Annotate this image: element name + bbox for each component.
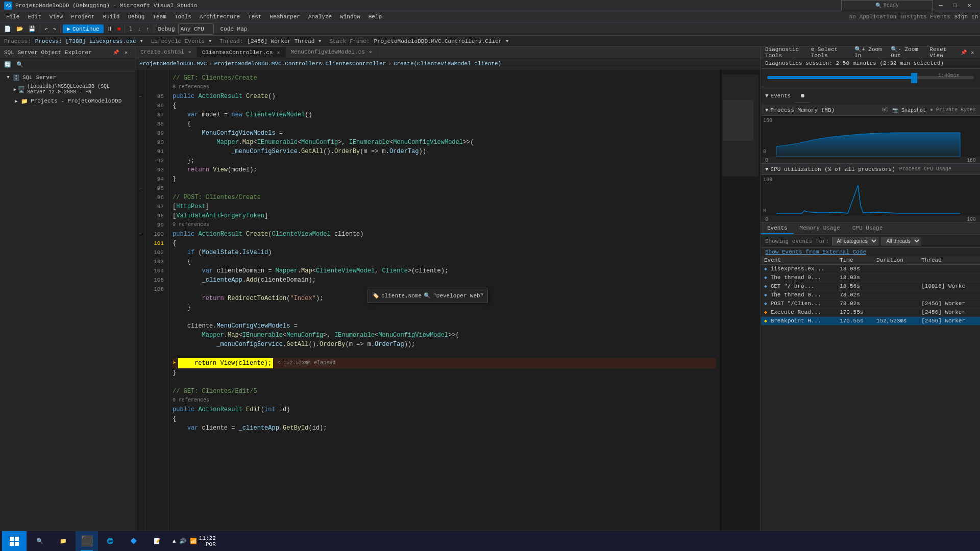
tab-create-close[interactable]: ✕ — [188, 49, 191, 55]
menu-analyze[interactable]: Analyze — [304, 11, 336, 22]
menu-tools[interactable]: Tools — [170, 11, 195, 22]
sql-server-node[interactable]: ▼ 🗄️ SQL Server — [0, 72, 135, 83]
taskbar-search[interactable]: 🔍 — [29, 531, 51, 552]
memory-chart-header[interactable]: ▼ Process Memory (MB) GC 📷 Snapshot ● Pr… — [761, 105, 980, 116]
threads-filter[interactable]: All threads — [881, 237, 921, 245]
taskbar-chrome[interactable]: 🌐 — [99, 531, 121, 552]
events-record-btn[interactable]: ⏺ — [797, 90, 808, 102]
pause-btn[interactable]: ⏸ — [105, 23, 114, 35]
tab-clientes-controller[interactable]: ClientesController.cs ✕ — [197, 47, 286, 58]
process-selector[interactable]: Process: [7388] iisexpress.exe — [35, 38, 136, 44]
cpu-selector[interactable]: Any CPU — [178, 23, 214, 35]
event-row-2[interactable]: ◆ The thread 0... 18.03s — [761, 273, 980, 282]
tab-create-cshtml[interactable]: Create.cshtml ✕ — [135, 47, 197, 58]
continue-button[interactable]: ▶ Continue — [63, 24, 103, 33]
collapse-3[interactable]: − — [135, 184, 145, 193]
new-file-btn[interactable]: 📄 — [2, 23, 13, 35]
projects-node[interactable]: ▶ 📁 Projects - ProjetoModeloDDD — [0, 96, 135, 106]
sql-refresh-btn[interactable]: 🔄 — [2, 59, 13, 70]
event-row-4[interactable]: ◆ The thread 0... 78.02s — [761, 291, 980, 299]
projects-arrow[interactable]: ▶ — [12, 98, 20, 104]
event-row-7[interactable]: ◆ Breakpoint H... 170.55s 152,523ms [245… — [761, 317, 980, 325]
menu-view[interactable]: View — [45, 11, 67, 22]
menu-help[interactable]: Help — [364, 11, 386, 22]
events-toggle[interactable]: ▼ Events ⏺ — [761, 87, 980, 105]
code-content[interactable]: // GET: Clientes/Create 0 references pub… — [168, 69, 720, 540]
close-button[interactable]: ✕ — [963, 0, 976, 11]
snapshot-btn[interactable]: 📷 Snapshot — [892, 107, 926, 113]
lifecycle-events[interactable]: Lifecycle Events — [151, 38, 205, 44]
menu-team[interactable]: Team — [149, 11, 170, 22]
menu-architecture[interactable]: Architecture — [195, 11, 244, 22]
stack-frame-selector[interactable]: ProjetoModeloDDD.MVC.Controllers.Clier — [374, 38, 502, 44]
event-row-3[interactable]: ◆ GET "/_bro... 18.56s [10816] Worke — [761, 282, 980, 291]
code-editor[interactable]: − − − 85 86 — [135, 69, 761, 540]
menu-test[interactable]: Test — [244, 11, 265, 22]
save-btn[interactable]: 💾 — [27, 23, 38, 35]
path-controller[interactable]: ProjetoModeloDDD.MVC.Controllers.Cliente… — [214, 61, 386, 67]
menu-build[interactable]: Build — [99, 11, 124, 22]
menu-edit[interactable]: Edit — [23, 11, 45, 22]
thread-selector[interactable]: [2456] Worker Thread — [247, 38, 314, 44]
path-method[interactable]: Create(ClienteViewModel cliente) — [394, 61, 501, 67]
step-over-btn[interactable]: ⤵ — [127, 23, 134, 35]
minimize-button[interactable]: ─ — [934, 0, 947, 11]
thread-arrow[interactable]: ▼ — [318, 39, 321, 43]
events-table-container[interactable]: Event Time Duration Thread ◆ iisexpress.… — [761, 256, 980, 325]
lifecycle-arrow[interactable]: ▼ — [209, 39, 211, 43]
localdb-arrow[interactable]: ▶ — [12, 87, 18, 92]
process-dropdown-arrow[interactable]: ▼ — [140, 39, 143, 43]
tab-clientes-close[interactable]: ✕ — [277, 49, 280, 56]
event-row-5[interactable]: ◆ POST "/Clien... 78.02s [2456] Worker — [761, 299, 980, 308]
redo-btn[interactable]: ↷ — [51, 23, 59, 35]
show-external-link[interactable]: Show Events from External Code — [761, 248, 980, 256]
step-out-btn[interactable]: ↑ — [144, 23, 152, 35]
restore-button[interactable]: □ — [948, 0, 962, 11]
diag-tab-memory[interactable]: Memory Usage — [794, 223, 846, 234]
taskbar-vs[interactable]: ⬛ — [76, 531, 98, 552]
stop-btn[interactable]: ■ — [115, 23, 123, 35]
sql-close-btn[interactable]: ✕ — [121, 48, 131, 57]
path-namespace[interactable]: ProjetoModeloDDD.MVC — [139, 61, 207, 67]
search-quick-launch[interactable]: 🔍 Ready — [841, 0, 933, 11]
taskbar-explorer[interactable]: 📁 — [52, 531, 75, 552]
collapse-4[interactable]: − — [135, 230, 145, 239]
menu-project[interactable]: Project — [67, 11, 99, 22]
category-filter[interactable]: All categories — [832, 237, 878, 245]
pin-btn[interactable]: 📌 — [111, 48, 120, 57]
stack-frame-arrow[interactable]: ▼ — [506, 39, 508, 43]
sign-in[interactable]: Sign In — [954, 14, 978, 20]
diag-tab-events[interactable]: Events — [761, 223, 794, 234]
reset-view-btn[interactable]: Reset View — [926, 48, 958, 57]
event-row-1[interactable]: ◆ iisexpress.ex... 18.03s — [761, 265, 980, 273]
sql-filter-btn[interactable]: 🔍 — [14, 59, 26, 70]
menu-window[interactable]: Window — [336, 11, 364, 22]
timeline-cursor[interactable] — [911, 73, 917, 83]
menu-file[interactable]: File — [2, 11, 23, 22]
zoom-in-btn[interactable]: 🔍+ Zoom In — [851, 48, 886, 57]
diag-tab-cpu[interactable]: CPU Usage — [846, 223, 889, 234]
step-into-btn[interactable]: ↓ — [135, 23, 143, 35]
menu-resharper[interactable]: ReSharper — [266, 11, 304, 22]
menu-debug[interactable]: Debug — [124, 11, 149, 22]
sql-tree-view[interactable]: ▼ 🗄️ SQL Server ▶ 🖥️ (localdb)\MSSQLLoca… — [0, 71, 135, 551]
tab-menuconfig-close[interactable]: ✕ — [369, 49, 372, 55]
taskbar-edge[interactable]: 🔷 — [122, 531, 145, 552]
select-tools-btn[interactable]: ⚙ Select Tools — [808, 48, 849, 57]
collapse-2[interactable]: − — [135, 92, 145, 101]
taskbar-start-btn[interactable] — [2, 531, 27, 552]
zoom-out-btn[interactable]: 🔍- Zoom Out — [888, 48, 924, 57]
diag-timeline[interactable]: 1:40min — [761, 69, 980, 87]
tab-menuconfig[interactable]: MenuConfigViewModel.cs ✕ — [286, 47, 378, 58]
diag-pin-btn[interactable]: 📌 — [960, 48, 967, 57]
code-map-btn[interactable]: Code Map — [218, 23, 250, 35]
undo-btn[interactable]: ↶ — [42, 23, 50, 35]
cpu-chart-header[interactable]: ▼ CPU utilization (% of all processors) … — [761, 164, 980, 175]
event-row-6[interactable]: ◆ Execute Read... 170.55s [2456] Worker — [761, 308, 980, 317]
taskbar-word[interactable]: 📝 — [146, 531, 168, 552]
collapse-1[interactable] — [135, 73, 145, 83]
sql-server-arrow[interactable]: ▼ — [4, 75, 12, 80]
open-btn[interactable]: 📂 — [14, 23, 26, 35]
localdb-node[interactable]: ▶ 🖥️ (localdb)\MSSQLLocalDB (SQL Server … — [0, 83, 135, 96]
diag-close-btn[interactable]: ✕ — [969, 48, 976, 57]
